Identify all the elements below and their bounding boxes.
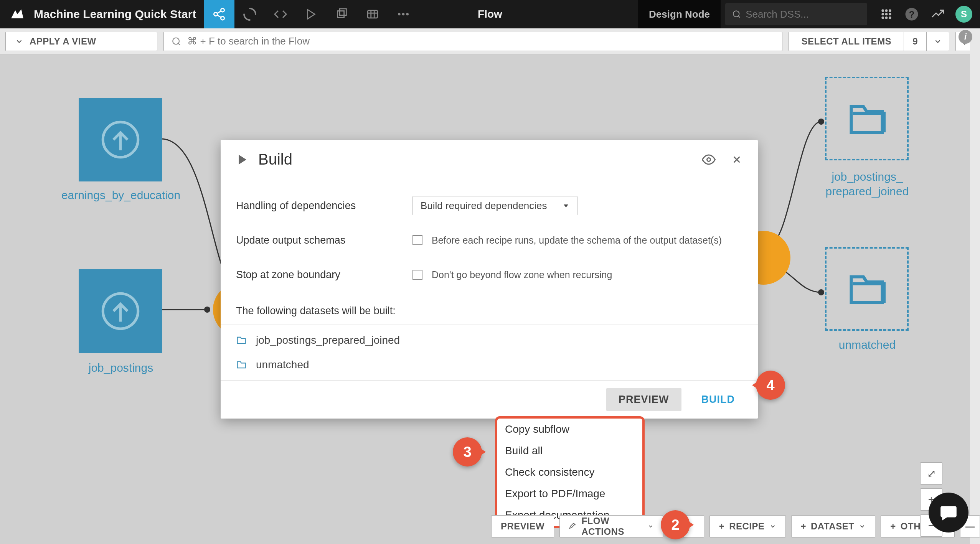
dataset-node-joined[interactable] <box>825 77 909 160</box>
add-recipe-button[interactable]: + RECIPE <box>709 515 786 537</box>
stop-zone-check-label: Don't go beyond flow zone when recursing <box>432 269 612 280</box>
bottom-action-bar: PREVIEW FLOW ACTIONS E + RECIPE + DATASE… <box>491 515 980 537</box>
zoom-expand-button[interactable]: ⤢ <box>920 462 942 485</box>
help-icon[interactable]: ? <box>899 7 925 21</box>
menu-item-build-all[interactable]: Build all <box>497 440 642 462</box>
eye-icon[interactable] <box>702 153 716 166</box>
modal-footer: PREVIEW BUILD <box>221 380 758 419</box>
update-schemas-check-label: Before each recipe runs, update the sche… <box>432 235 722 246</box>
menu-item-copy-subflow[interactable]: Copy subflow <box>497 419 642 440</box>
global-search-input[interactable] <box>746 8 860 20</box>
flow-actions-button[interactable]: FLOW ACTIONS <box>559 515 663 537</box>
svg-line-3 <box>217 11 221 13</box>
plus-icon: + <box>801 521 807 532</box>
annotation-2: 2 <box>661 510 690 539</box>
more-icon[interactable] <box>388 0 419 28</box>
datasets-section-title: The following datasets will be built: <box>221 296 758 325</box>
share-button[interactable] <box>204 0 234 28</box>
dataset-node-jobpostings[interactable] <box>79 269 162 353</box>
build-button[interactable]: BUILD <box>694 388 743 411</box>
svg-point-15 <box>733 11 739 17</box>
bottom-preview-button[interactable]: PREVIEW <box>491 515 554 537</box>
svg-point-24 <box>885 16 888 19</box>
apply-view-label: APPLY A VIEW <box>30 36 96 47</box>
svg-point-32 <box>818 119 824 125</box>
svg-line-16 <box>738 16 740 18</box>
svg-rect-7 <box>340 9 346 15</box>
svg-line-4 <box>217 15 221 17</box>
svg-point-18 <box>885 9 888 12</box>
svg-point-14 <box>406 13 409 16</box>
add-dataset-button[interactable]: + DATASET <box>791 515 876 537</box>
svg-rect-6 <box>338 11 344 18</box>
intercom-button[interactable] <box>929 493 968 532</box>
app-header: Machine Learning Quick Start Flow Design… <box>0 0 980 28</box>
dataset-label-earnings: earnings_by_education <box>44 189 198 202</box>
plus-icon: + <box>719 521 725 532</box>
menu-item-check-consistency[interactable]: Check consistency <box>497 462 642 483</box>
preview-button[interactable]: PREVIEW <box>606 388 681 411</box>
play-icon <box>236 153 249 166</box>
svg-point-17 <box>881 9 884 12</box>
loading-icon[interactable] <box>234 0 265 28</box>
flow-search-input[interactable] <box>187 35 774 47</box>
design-node-badge[interactable]: Design Node <box>638 0 721 28</box>
svg-rect-8 <box>368 10 378 18</box>
close-icon[interactable] <box>731 154 742 165</box>
dataset-list-item: unmatched <box>221 353 758 377</box>
update-schemas-checkbox[interactable] <box>412 235 422 245</box>
svg-point-23 <box>881 16 884 19</box>
dependencies-value: Build required dependencies <box>421 200 547 212</box>
svg-point-22 <box>889 13 891 16</box>
project-title[interactable]: Machine Learning Quick Start <box>34 8 196 21</box>
svg-point-39 <box>707 158 711 161</box>
trend-icon[interactable] <box>925 7 951 21</box>
user-avatar[interactable]: S <box>955 6 972 23</box>
svg-marker-42 <box>564 204 568 208</box>
svg-point-19 <box>889 9 891 12</box>
annotation-4: 4 <box>756 371 785 400</box>
flow-tab[interactable]: Flow <box>478 0 502 28</box>
grid-icon[interactable] <box>357 0 388 28</box>
folder-icon <box>236 336 247 345</box>
stop-zone-checkbox[interactable] <box>412 270 422 280</box>
play-icon[interactable] <box>296 0 327 28</box>
dataset-label-joined: job_postings_prepared_joined <box>790 170 944 198</box>
svg-point-20 <box>881 13 884 16</box>
modal-header: Build <box>221 140 758 179</box>
dataset-list-item: job_postings_prepared_joined <box>221 328 758 353</box>
flow-actions-menu: Copy subflow Build all Check consistency… <box>495 416 645 528</box>
build-modal: Build Handling of dependencies Build req… <box>221 140 758 419</box>
select-all-count: 9 <box>904 32 926 51</box>
stop-zone-label: Stop at zone boundary <box>236 269 412 281</box>
chevron-down-icon <box>926 32 949 51</box>
global-search[interactable] <box>725 3 867 25</box>
annotation-3: 3 <box>453 437 482 467</box>
layers-icon[interactable] <box>327 0 357 28</box>
svg-point-28 <box>173 38 179 44</box>
svg-point-0 <box>221 8 224 12</box>
update-schemas-label: Update output schemas <box>236 234 412 246</box>
folder-icon <box>236 360 247 369</box>
dependencies-dropdown[interactable]: Build required dependencies <box>412 196 577 215</box>
info-icon[interactable]: i <box>959 30 972 44</box>
svg-point-1 <box>214 13 218 16</box>
right-scrollbar[interactable] <box>970 28 980 544</box>
svg-point-33 <box>818 289 824 295</box>
dependencies-label: Handling of dependencies <box>236 200 412 212</box>
dataset-node-earnings[interactable] <box>79 98 162 181</box>
select-all-button[interactable]: SELECT ALL ITEMS 9 <box>789 32 949 51</box>
code-icon[interactable] <box>265 0 296 28</box>
svg-point-21 <box>885 13 888 16</box>
select-all-label: SELECT ALL ITEMS <box>789 36 904 47</box>
modal-title: Build <box>258 151 702 168</box>
apply-view-button[interactable]: APPLY A VIEW <box>5 32 157 51</box>
plus-icon: + <box>890 521 896 532</box>
logo-icon[interactable] <box>9 6 25 22</box>
flow-search-box[interactable] <box>163 32 782 51</box>
apps-icon[interactable] <box>874 8 899 20</box>
svg-point-13 <box>402 13 405 16</box>
menu-item-export-pdf[interactable]: Export to PDF/Image <box>497 483 642 504</box>
dataset-node-unmatched[interactable] <box>825 247 909 331</box>
svg-point-2 <box>221 16 224 20</box>
